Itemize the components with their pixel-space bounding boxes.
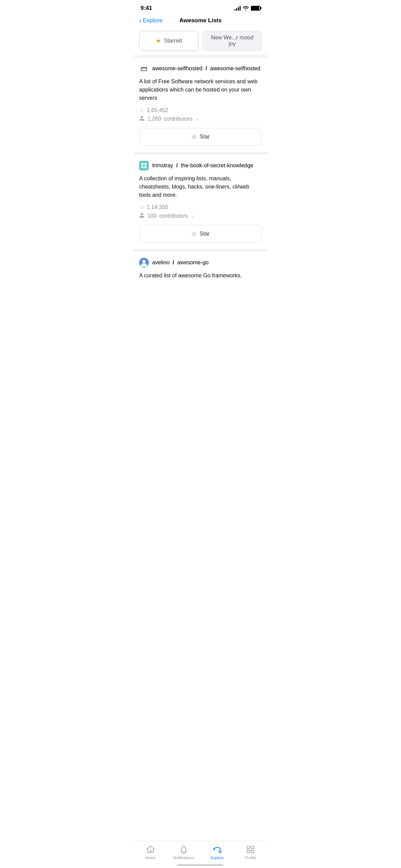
contributors-count-selfhosted: 1,260 (147, 116, 161, 122)
star-button-icon-selfhosted: ☆ (191, 133, 197, 141)
page-title: Awesome Lists (179, 17, 221, 24)
repo-owner-selfhosted: awesome-selfhosted (152, 65, 203, 71)
person-icon-trimstray (139, 213, 145, 219)
selfhosted-avatar-icon: 🗃 (141, 65, 147, 73)
section-divider-2 (134, 152, 267, 155)
repo-header-selfhosted: 🗃 awesome-selfhosted / awesome-selfhoste… (139, 64, 262, 73)
repo-stats-trimstray: ☆ 1,19,350 100 contributors › (139, 204, 262, 219)
back-button[interactable]: ‹ Explore (139, 17, 162, 25)
repo-avatar-avelino (139, 258, 149, 267)
star-button-icon-trimstray: ☆ (191, 230, 197, 238)
other-filter-label: New We...r mood joy (208, 35, 256, 47)
contributors-chevron-icon: › (196, 116, 198, 122)
repo-header-avelino: avelino / awesome-go (139, 258, 262, 267)
star-button-label-selfhosted: Star (199, 134, 209, 140)
signal-icon (234, 6, 241, 11)
star-outline-icon-trimstray: ☆ (139, 204, 144, 210)
star-button-selfhosted[interactable]: ☆ Star (139, 128, 262, 146)
starred-label: Starred (164, 38, 182, 44)
repo-full-name-trimstray: trimstray / the-book-of-secret-knowledge (152, 162, 253, 169)
star-count-value-trimstray: 1,19,350 (147, 204, 168, 210)
person-icon-selfhosted (139, 116, 145, 122)
repo-stats-selfhosted: ☆ 1,65,452 1,260 contributors › (139, 107, 262, 122)
repo-description-avelino: A curated list of awesome Go frameworks. (139, 272, 262, 280)
repo-description-trimstray: A collection of inspiring lists, manuals… (139, 174, 262, 199)
svg-rect-1 (144, 163, 147, 165)
star-button-trimstray[interactable]: ☆ Star (139, 225, 262, 243)
svg-rect-2 (141, 166, 144, 168)
repo-owner-avelino: avelino (152, 260, 170, 265)
contributors-label-selfhosted: contributors (164, 116, 193, 122)
back-label: Explore (143, 17, 163, 24)
star-filled-icon: ★ (156, 37, 161, 45)
contributors-count-trimstray: 100 (147, 213, 157, 219)
star-outline-icon: ☆ (139, 107, 144, 113)
section-divider-3 (134, 249, 267, 252)
battery-icon (251, 6, 260, 11)
repo-name-trimstray: the-book-of-secret-knowledge (181, 162, 254, 168)
repo-card-selfhosted: 🗃 awesome-selfhosted / awesome-selfhoste… (134, 58, 267, 146)
repo-card-trimstray: trimstray / the-book-of-secret-knowledge… (134, 155, 267, 243)
repo-name-selfhosted: awesome-selfhosted (210, 65, 260, 71)
contributors-trimstray[interactable]: 100 contributors › (139, 213, 262, 219)
repo-owner-trimstray: trimstray (152, 162, 173, 168)
star-count-trimstray: ☆ 1,19,350 (139, 204, 262, 210)
nav-header: ‹ Explore Awesome Lists (134, 14, 267, 28)
star-count-selfhosted: ☆ 1,65,452 (139, 107, 262, 113)
star-count-value-selfhosted: 1,65,452 (147, 107, 168, 113)
status-time: 9:41 (141, 5, 152, 12)
wifi-icon (243, 5, 249, 11)
star-button-label-trimstray: Star (199, 231, 209, 237)
svg-rect-0 (141, 163, 144, 165)
repo-avatar-selfhosted: 🗃 (139, 64, 149, 73)
filter-bar: ★ Starred New We...r mood joy (134, 28, 267, 55)
repo-header-trimstray: trimstray / the-book-of-secret-knowledge (139, 161, 262, 170)
contributors-label-trimstray: contributors (159, 213, 188, 219)
status-icons (234, 5, 260, 11)
repo-card-avelino: avelino / awesome-go A curated list of a… (134, 252, 267, 326)
repo-description-selfhosted: A list of Free Software network services… (139, 77, 262, 102)
section-divider (134, 55, 267, 58)
contributors-selfhosted[interactable]: 1,260 contributors › (139, 116, 262, 122)
repo-avatar-trimstray (139, 161, 149, 170)
back-chevron-icon: ‹ (139, 17, 142, 25)
repo-name-avelino: awesome-go (177, 260, 209, 265)
other-filter[interactable]: New We...r mood joy (203, 31, 262, 51)
starred-filter[interactable]: ★ Starred (139, 31, 198, 51)
svg-rect-3 (144, 166, 147, 168)
repo-full-name-selfhosted: awesome-selfhosted / awesome-selfhosted (152, 65, 260, 72)
status-bar: 9:41 (134, 0, 267, 14)
repo-full-name-avelino: avelino / awesome-go (152, 260, 209, 266)
svg-point-5 (142, 260, 146, 263)
contributors-chevron-icon-trimstray: › (191, 213, 193, 219)
